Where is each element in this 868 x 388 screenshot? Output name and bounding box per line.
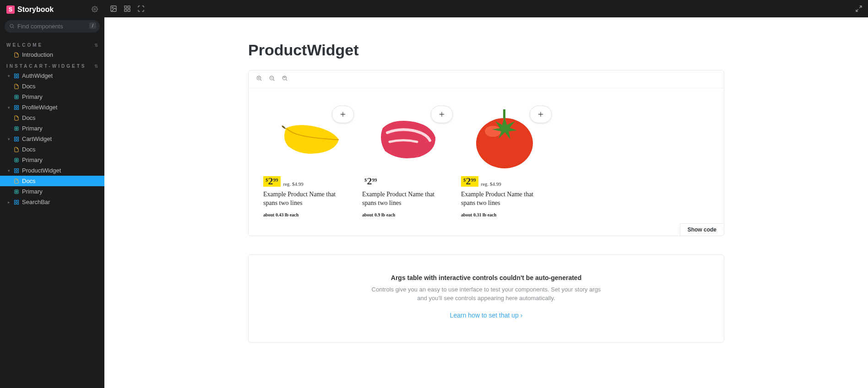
sidebar-group-label: WELCOME — [6, 43, 43, 48]
args-body: Controls give you an easy to use interfa… — [367, 285, 605, 303]
sidebar-group-title[interactable]: INSTACART-WIDGETS⇅ — [0, 60, 104, 70]
doc-icon — [14, 115, 19, 121]
sidebar-item-label: Docs — [22, 83, 36, 90]
caret-icon: ▾ — [6, 168, 11, 173]
grid-icon[interactable] — [124, 5, 131, 12]
sidebar-item-label: Primary — [22, 93, 43, 100]
doc-icon — [14, 84, 19, 89]
product-weight: about 0.31 lb each — [461, 212, 548, 217]
sidebar-item-label: ProductWidget — [22, 167, 61, 174]
sidebar-item[interactable]: Docs — [0, 81, 104, 92]
updown-icon: ⇅ — [94, 43, 98, 48]
svg-point-0 — [94, 8, 96, 10]
component-icon — [14, 105, 19, 110]
sidebar-item[interactable]: ▾ProductWidget — [0, 165, 104, 176]
sidebar-item[interactable]: Docs — [0, 113, 104, 123]
price-currency: $ — [463, 177, 466, 183]
main: ProductWidget +$299reg. $4.99Example Pro… — [104, 17, 868, 388]
topbar — [104, 0, 868, 17]
sidebar-item[interactable]: Primary — [0, 186, 104, 197]
svg-rect-7 — [15, 95, 18, 99]
sidebar-item-label: Primary — [22, 125, 43, 132]
svg-rect-33 — [125, 6, 127, 8]
sidebar-item-label: Docs — [22, 114, 36, 121]
svg-line-42 — [273, 80, 274, 81]
storybook-logo[interactable]: S Storybook — [6, 5, 54, 14]
story-icon — [14, 126, 19, 131]
add-button[interactable]: + — [431, 106, 453, 123]
story-icon — [14, 157, 19, 163]
svg-rect-15 — [15, 137, 16, 139]
sidebar-item[interactable]: Introduction — [0, 49, 104, 60]
component-icon — [14, 199, 19, 205]
svg-rect-21 — [15, 168, 16, 170]
gear-icon[interactable] — [92, 6, 98, 14]
svg-line-38 — [260, 80, 261, 81]
sidebar-search: / — [5, 20, 100, 32]
price-whole: 2 — [367, 176, 372, 186]
expand-icon[interactable] — [855, 5, 863, 12]
doc-icon — [14, 52, 19, 58]
sidebar-item[interactable]: Primary — [0, 92, 104, 102]
sidebar-item-label: Primary — [22, 188, 43, 195]
product-name: Example Product Name that spans two line… — [263, 190, 350, 208]
fullscreen-icon[interactable] — [137, 5, 145, 12]
search-icon — [9, 23, 15, 30]
svg-rect-3 — [15, 74, 16, 75]
price-currency: $ — [266, 177, 268, 183]
zoom-out-icon[interactable] — [269, 75, 275, 83]
plus-icon: + — [439, 108, 445, 120]
price-currency: $ — [364, 177, 367, 183]
args-title: Args table with interactive controls cou… — [267, 274, 705, 281]
add-button[interactable]: + — [332, 106, 354, 123]
sidebar-group-title[interactable]: WELCOME⇅ — [0, 39, 104, 49]
sidebar-group-label: INSTACART-WIDGETS — [6, 64, 86, 69]
zoom-reset-icon[interactable] — [282, 75, 288, 83]
sidebar-item[interactable]: Docs — [0, 144, 104, 155]
svg-rect-6 — [17, 76, 19, 78]
search-input[interactable] — [5, 20, 100, 32]
sidebar-item[interactable]: Primary — [0, 155, 104, 165]
show-code-button[interactable]: Show code — [680, 223, 724, 236]
sidebar-item[interactable]: ▸SearchBar — [0, 197, 104, 207]
storybook-badge-icon: S — [6, 5, 15, 14]
price-cents: 99 — [273, 177, 278, 183]
svg-rect-10 — [17, 105, 19, 107]
svg-rect-14 — [16, 128, 17, 129]
args-learn-link[interactable]: Learn how to set that up — [450, 312, 523, 319]
svg-point-1 — [10, 24, 13, 27]
page-title: ProductWidget — [248, 41, 724, 59]
product-weight: about 0.43 lb each — [263, 212, 350, 217]
sidebar-item[interactable]: ▾ProfileWidget — [0, 102, 104, 113]
svg-rect-34 — [128, 6, 130, 8]
sidebar-item-label: Primary — [22, 156, 43, 163]
svg-rect-19 — [15, 158, 18, 162]
product-card: +$299reg. $4.99Example Product Name that… — [263, 103, 350, 217]
zoom-in-icon[interactable] — [256, 75, 262, 83]
canvas-icon[interactable] — [110, 5, 117, 12]
price-row: $299reg. $4.99 — [263, 176, 350, 187]
svg-rect-35 — [125, 9, 127, 11]
doc-icon — [14, 147, 19, 152]
sidebar-item[interactable]: ▾AuthWidget — [0, 70, 104, 81]
plus-icon: + — [340, 108, 346, 120]
svg-rect-26 — [16, 191, 17, 192]
caret-icon: ▾ — [6, 74, 11, 78]
sidebar-item[interactable]: Primary — [0, 123, 104, 134]
price-whole: 2 — [466, 176, 471, 186]
doc-icon — [14, 178, 19, 184]
svg-line-45 — [286, 80, 287, 81]
svg-line-2 — [13, 27, 14, 28]
svg-rect-13 — [15, 127, 18, 130]
svg-rect-4 — [17, 74, 19, 75]
caret-icon: ▸ — [6, 200, 11, 205]
sidebar-item[interactable]: ▾CartWidget — [0, 134, 104, 144]
add-button[interactable]: + — [530, 106, 552, 123]
story-icon — [14, 94, 19, 100]
price-whole: 2 — [268, 176, 273, 186]
preview-card: +$299reg. $4.99Example Product Name that… — [248, 70, 724, 236]
svg-rect-20 — [16, 159, 17, 161]
sidebar-item[interactable]: Docs — [0, 176, 104, 186]
svg-rect-17 — [15, 140, 16, 141]
sidebar-header: S Storybook — [0, 0, 104, 17]
